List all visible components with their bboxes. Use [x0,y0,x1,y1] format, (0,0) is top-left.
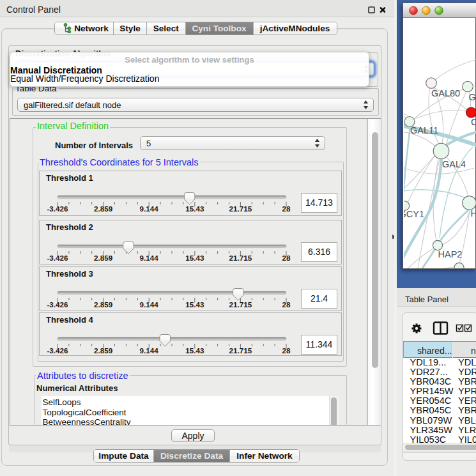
svg-text:2.859: 2.859 [94,300,113,309]
svg-text:15.43: 15.43 [185,300,204,309]
svg-text:GCY1: GCY1 [404,209,424,219]
svg-text:15.43: 15.43 [185,254,204,262]
svg-text:-3.426: -3.426 [47,346,68,355]
svg-text:21.715: 21.715 [229,204,252,213]
svg-text:2.859: 2.859 [94,254,113,262]
svg-text:21.715: 21.715 [229,254,252,262]
svg-text:GAL80: GAL80 [431,88,460,98]
svg-text:GAL11: GAL11 [410,125,438,135]
svg-text:H: H [471,208,476,219]
svg-text:2.859: 2.859 [94,346,113,355]
svg-text:15.43: 15.43 [185,204,204,213]
svg-text:9.144: 9.144 [140,204,159,213]
svg-text:G.: G. [469,92,476,102]
svg-text:HAP2: HAP2 [438,249,463,259]
svg-text:-3.426: -3.426 [47,204,68,213]
svg-text:28: 28 [282,204,291,213]
svg-text:21.715: 21.715 [229,346,252,355]
svg-text:9.144: 9.144 [140,254,159,262]
svg-text:-3.426: -3.426 [47,300,68,309]
svg-text:-3.426: -3.426 [47,254,68,262]
svg-text:9.144: 9.144 [140,346,159,355]
svg-text:C: C [471,117,476,127]
svg-text:28: 28 [282,346,291,355]
svg-text:28: 28 [282,254,291,262]
svg-text:9.144: 9.144 [140,300,159,309]
svg-text:2.859: 2.859 [94,204,113,213]
svg-text:GAL4: GAL4 [442,159,466,169]
svg-text:21.715: 21.715 [229,300,252,309]
svg-text:15.43: 15.43 [185,346,204,355]
svg-text:28: 28 [282,300,291,309]
